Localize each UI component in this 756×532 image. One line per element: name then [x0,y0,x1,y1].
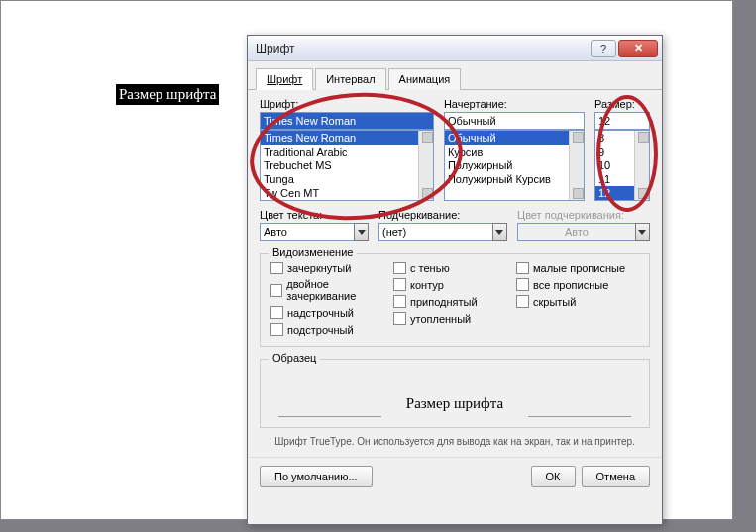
preview-text: Размер шрифта [406,385,503,412]
font-hint: Шрифт TrueType. Он используется для выво… [260,436,650,447]
checkbox-subscript[interactable]: подстрочный [270,323,393,336]
checkbox-double-strike[interactable]: двойное зачеркивание [270,278,393,302]
font-input[interactable] [260,112,434,130]
style-input[interactable] [444,112,585,130]
list-item[interactable]: Полужирный [445,159,584,172]
chevron-down-icon[interactable] [354,223,369,241]
color-value[interactable] [260,223,354,241]
font-label: Шрифт: [260,98,434,110]
underline-value[interactable] [378,223,492,241]
list-item[interactable]: Times New Roman [261,131,433,145]
dialog-body: Шрифт: Times New Roman Traditional Arabi… [248,90,662,457]
preview-group: Образец Размер шрифта [260,359,650,428]
list-item[interactable]: Курсив [445,145,584,159]
list-item[interactable]: Tw Cen MT [261,186,433,200]
style-label: Начертание: [444,98,585,110]
color-label: Цвет текста: [260,209,369,221]
style-listbox[interactable]: Обычный Курсив Полужирный Полужирный Кур… [444,130,585,201]
close-button[interactable]: ✕ [618,40,658,57]
font-listbox[interactable]: Times New Roman Traditional Arabic Trebu… [260,130,434,201]
scrollbar[interactable] [569,131,584,200]
checkbox-engrave[interactable]: утопленный [393,312,516,325]
scrollbar[interactable] [418,131,433,200]
tab-font[interactable]: Шрифт [256,68,313,90]
cancel-button[interactable]: Отмена [582,466,650,487]
underline-color-combo [517,223,650,241]
checkbox-strikethrough[interactable]: зачеркнутый [270,262,393,274]
document-selected-text: Размер шрифта [116,84,219,105]
effects-group: Видоизменение зачеркнутый двойное зачерк… [260,253,650,347]
tabs: Шрифт Интервал Анимация [248,61,662,90]
checkbox-shadow[interactable]: с тенью [393,262,516,274]
chevron-down-icon [635,223,650,241]
checkbox-allcaps[interactable]: все прописные [516,278,639,291]
list-item[interactable]: Tunga [261,172,433,186]
list-item[interactable]: Полужирный Курсив [445,172,584,186]
underline-color-label: Цвет подчеркивания: [517,209,650,221]
underline-label: Подчеркивание: [378,209,507,221]
ok-button[interactable]: ОК [531,466,576,487]
checkbox-smallcaps[interactable]: малые прописные [516,262,639,274]
list-item[interactable]: Trebuchet MS [261,159,433,172]
checkbox-outline[interactable]: контур [393,278,516,291]
tab-animation[interactable]: Анимация [388,68,462,90]
checkbox-superscript[interactable]: надстрочный [270,306,393,319]
list-item[interactable]: Обычный [445,131,584,145]
help-button[interactable]: ? [591,40,616,57]
chevron-down-icon[interactable] [492,223,507,241]
underline-combo[interactable] [378,223,507,241]
default-button[interactable]: По умолчанию... [260,466,373,487]
effects-title: Видоизменение [269,246,357,258]
checkbox-hidden[interactable]: скрытый [516,295,639,308]
button-row: По умолчанию... ОК Отмена [248,457,662,495]
dialog-title: Шрифт [256,42,589,55]
checkbox-emboss[interactable]: приподнятый [393,295,516,308]
underline-color-value [517,223,635,241]
scrollbar[interactable] [634,131,649,200]
titlebar: Шрифт ? ✕ [248,36,662,61]
list-item[interactable]: Traditional Arabic [261,145,433,159]
size-listbox[interactable]: 8 9 10 11 12 [594,130,650,201]
preview-title: Образец [269,352,320,364]
font-dialog: Шрифт ? ✕ Шрифт Интервал Анимация Шрифт:… [247,35,663,525]
size-label: Размер: [594,98,650,110]
size-input[interactable] [594,112,650,130]
tab-spacing[interactable]: Интервал [315,68,385,90]
color-combo[interactable] [260,223,369,241]
